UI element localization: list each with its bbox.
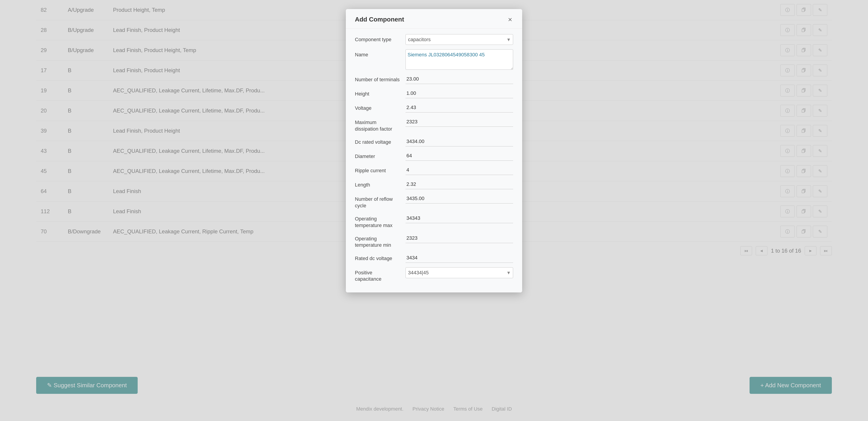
rated-dc-voltage-row: Rated dc voltage [355,253,513,263]
positive-capacitance-wrapper: ▼ [405,267,513,278]
modal-body[interactable]: Component type capacitors ▼ Name <a href… [346,29,522,292]
dc-rated-voltage-row: Dc rated voltage [355,137,513,146]
height-input[interactable] [405,88,513,98]
op-temp-max-row: Operating temperature max [355,214,513,229]
num-terminals-row: Number of terminals [355,74,513,84]
component-type-row: Component type capacitors ▼ [355,34,513,45]
op-temp-max-label: Operating temperature max [355,214,400,229]
op-temp-min-row: Operating temperature min [355,233,513,249]
max-dissipation-label: Maximum dissipation factor [355,117,400,132]
height-row: Height [355,88,513,98]
op-temp-max-input[interactable] [405,214,513,223]
component-type-select-wrapper: capacitors ▼ [405,34,513,45]
modal-overlay: Add Component × Component type capacitor… [0,0,868,421]
max-dissipation-row: Maximum dissipation factor [355,117,513,132]
voltage-row: Voltage [355,103,513,112]
max-dissipation-input[interactable] [405,117,513,127]
diameter-label: Diameter [355,151,400,160]
voltage-label: Voltage [355,103,400,112]
length-label: Length [355,179,400,188]
positive-capacitance-label: Positive capacitance [355,267,400,282]
dc-rated-voltage-label: Dc rated voltage [355,137,400,145]
num-reflow-row: Number of reflow cycle [355,194,513,209]
num-reflow-input[interactable] [405,194,513,203]
length-input[interactable] [405,179,513,189]
add-component-modal: Add Component × Component type capacitor… [346,9,522,292]
modal-close-button[interactable]: × [507,16,513,23]
voltage-input[interactable] [405,103,513,112]
diameter-input[interactable] [405,151,513,161]
modal-header: Add Component × [346,9,522,29]
ripple-current-label: Ripple current [355,165,400,174]
name-input[interactable]: <a href="#" class="name-link">Siemens</a… [405,49,513,70]
length-row: Length [355,179,513,189]
op-temp-min-input[interactable] [405,233,513,243]
positive-capacitance-row: Positive capacitance ▼ [355,267,513,282]
modal-title: Add Component [355,16,404,23]
dc-rated-voltage-input[interactable] [405,137,513,146]
name-row: Name <a href="#" class="name-link">Sieme… [355,49,513,70]
ripple-current-input[interactable] [405,165,513,175]
positive-capacitance-input[interactable] [405,267,513,278]
rated-dc-voltage-label: Rated dc voltage [355,253,400,262]
num-terminals-label: Number of terminals [355,74,400,83]
component-type-select[interactable]: capacitors [405,34,513,45]
rated-dc-voltage-input[interactable] [405,253,513,263]
op-temp-min-label: Operating temperature min [355,233,400,249]
diameter-row: Diameter [355,151,513,161]
num-reflow-label: Number of reflow cycle [355,194,400,209]
component-type-label: Component type [355,34,400,43]
ripple-current-row: Ripple current [355,165,513,175]
num-terminals-input[interactable] [405,74,513,84]
height-label: Height [355,88,400,97]
name-label: Name [355,49,400,58]
